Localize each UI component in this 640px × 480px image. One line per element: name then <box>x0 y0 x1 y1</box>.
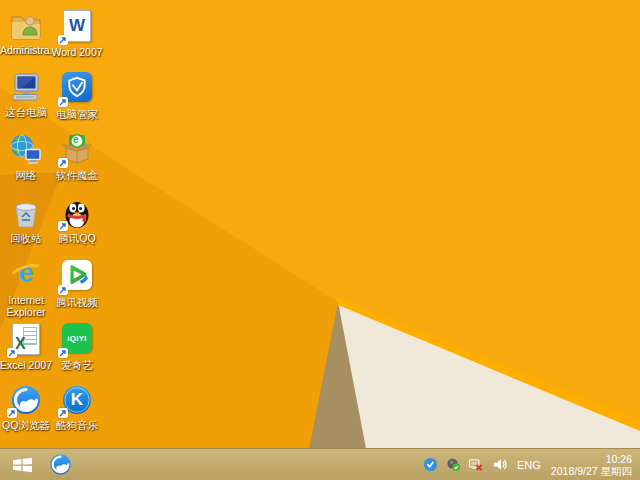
desktop-icon-label: 腾讯视频 <box>51 296 103 308</box>
desktop-icon-label: 这台电脑 <box>0 106 52 118</box>
tray-network-error-icon[interactable] <box>468 457 484 473</box>
language-indicator[interactable]: ENG <box>514 459 544 471</box>
desktop-icon-pc-manager[interactable]: 电脑管家 <box>51 70 103 120</box>
desktop-icon-qq-browser[interactable]: QQ浏览器 <box>0 383 52 431</box>
desktop-icon-label: 电脑管家 <box>51 108 103 120</box>
user-folder-icon <box>9 8 43 42</box>
shortcut-arrow-icon <box>58 97 68 107</box>
recycle-bin-icon <box>9 196 43 230</box>
clock-date: 2018/9/27 星期四 <box>551 465 632 477</box>
tray-pc-manager-icon[interactable] <box>422 457 438 473</box>
softbox-letter: e <box>73 134 79 145</box>
software-box-icon: e <box>60 133 94 167</box>
taskbar-clock[interactable]: 10:26 2018/9/27 星期四 <box>551 453 635 477</box>
desktop-icon-this-pc[interactable]: 这台电脑 <box>0 70 52 118</box>
desktop-icon-word[interactable]: W Word 2007 <box>51 8 103 58</box>
desktop-icon-label: 软件魔盒 <box>51 169 103 181</box>
desktop-icon-label: QQ浏览器 <box>0 419 52 431</box>
iqiyi-logo-text: iQIYI <box>67 334 87 343</box>
desktop-icon-kugou[interactable]: K 酷狗音乐 <box>51 383 103 431</box>
computer-icon <box>9 70 43 104</box>
desktop-icon-tencent-video[interactable]: 腾讯视频 <box>51 258 103 308</box>
desktop-icon-administrator[interactable]: Administra... <box>0 8 52 56</box>
shortcut-arrow-icon <box>7 348 17 358</box>
desktop-icon-label: Word 2007 <box>51 46 103 58</box>
clock-time: 10:26 <box>551 453 632 465</box>
shortcut-arrow-icon <box>58 35 68 45</box>
desktop-icon-excel[interactable]: X Excel 2007 <box>0 321 52 371</box>
taskbar: ENG 10:26 2018/9/27 星期四 <box>0 448 640 480</box>
shortcut-arrow-icon <box>58 408 68 418</box>
shortcut-arrow-icon <box>58 158 68 168</box>
iqiyi-icon: iQIYI <box>60 323 94 357</box>
desktop-wallpaper: Administra... 这台电脑 <box>0 0 640 480</box>
excel-icon: X <box>9 323 43 357</box>
kugou-music-icon: K <box>60 383 94 417</box>
desktop-icon-label: Administra... <box>0 44 52 56</box>
desktop-icon-network[interactable]: 网络 <box>0 133 52 181</box>
tray-safety-check-icon[interactable] <box>445 457 461 473</box>
qq-browser-icon <box>9 383 43 417</box>
network-globe-icon <box>9 133 43 167</box>
shortcut-arrow-icon <box>58 285 68 295</box>
desktop-icon-iqiyi[interactable]: iQIYI 爱奇艺 <box>51 321 103 371</box>
desktop-icon-recycle-bin[interactable]: 回收站 <box>0 196 52 244</box>
desktop-icon-internet-explorer[interactable]: e Internet Explorer <box>0 258 52 318</box>
internet-explorer-icon: e <box>9 258 43 292</box>
kugou-letter: K <box>71 390 83 409</box>
shortcut-arrow-icon <box>58 348 68 358</box>
desktop-icon-label: 腾讯QQ <box>51 232 103 244</box>
desktop-icon-label: 网络 <box>0 169 52 181</box>
word-icon: W <box>60 10 94 44</box>
tencent-video-icon <box>60 260 94 294</box>
taskbar-qq-browser-button[interactable] <box>47 452 73 478</box>
desktop-icon-qq[interactable]: 腾讯QQ <box>51 196 103 244</box>
desktop-icon-label: Internet Explorer <box>0 294 52 318</box>
desktop-icon-label: 酷狗音乐 <box>51 419 103 431</box>
desktop-icon-label: 爱奇艺 <box>51 359 103 371</box>
qq-penguin-icon <box>60 196 94 230</box>
start-button[interactable] <box>9 452 35 478</box>
pc-manager-icon <box>60 72 94 106</box>
shortcut-arrow-icon <box>58 221 68 231</box>
shortcut-arrow-icon <box>7 408 17 418</box>
word-letter: W <box>69 16 85 36</box>
desktop-icon-software-box[interactable]: e 软件魔盒 <box>51 133 103 181</box>
tray-volume-icon[interactable] <box>491 457 507 473</box>
desktop-icon-label: 回收站 <box>0 232 52 244</box>
desktop-icon-label: Excel 2007 <box>0 359 52 371</box>
